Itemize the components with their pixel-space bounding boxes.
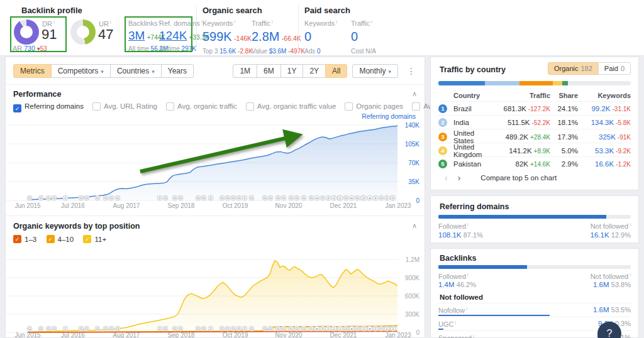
svg-text:105K: 105K: [405, 141, 420, 148]
backlink-profile-title: Backlink profile: [21, 6, 82, 15]
range-all[interactable]: All: [325, 64, 347, 78]
ugc-bar: [438, 329, 443, 330]
ar-value-link[interactable]: 730: [24, 45, 35, 52]
range-1m[interactable]: 1M: [233, 64, 257, 78]
svg-text:Nov 2020: Nov 2020: [275, 332, 303, 338]
referring-domains-chart[interactable]: 140K105K70K35K0GGGG2GGGGGG2GGGGG2GGGG2GG…: [6, 120, 426, 214]
series-legend-link[interactable]: Referring domains: [362, 112, 416, 120]
table-row[interactable]: 1 Brazil 681.3K-127.2K 24.1% 99.2K-31.1K: [438, 101, 631, 115]
legend-pos-4-10[interactable]: ✓4–10: [47, 235, 74, 243]
country-name: United Kingdom: [453, 143, 491, 158]
backlinks-not-followed-value-link[interactable]: 1.6M: [593, 281, 609, 288]
country-share-bar: [438, 81, 631, 85]
range-6m[interactable]: 6M: [257, 64, 281, 78]
organic-traffic-value-link[interactable]: 2.8M: [252, 30, 279, 43]
metric-avg-url-rating[interactable]: Avg. URL Rating: [92, 102, 157, 112]
svg-text:G: G: [110, 327, 113, 330]
traffic-value-delta: -497K: [288, 48, 305, 55]
metric-referring-domains[interactable]: ✓Referring domains: [13, 102, 84, 112]
backlinks-value-link[interactable]: 3M: [128, 29, 145, 42]
not-followed-value-link[interactable]: 16.1K: [591, 231, 609, 239]
svg-text:G: G: [86, 327, 89, 330]
ur-value: 47: [98, 28, 113, 41]
nofollow-value-link[interactable]: 1.6M: [593, 306, 609, 313]
toggle-organic[interactable]: Organic182: [548, 62, 599, 75]
checkbox-checked-icon: ✓: [47, 235, 55, 243]
country-name: Brazil: [453, 105, 491, 112]
more-options-icon[interactable]: ⋮: [404, 66, 418, 76]
organic-keywords-chart[interactable]: 1.2M900K600K300K0GGGG2GGGGGG2GGGGG2GGGG2…: [6, 246, 426, 338]
svg-text:G: G: [28, 327, 31, 330]
col-share: Share: [550, 92, 578, 99]
performance-card: Metrics Competitors▾ Countries▾ Years 1M…: [5, 57, 425, 338]
organic-keywords-value-link[interactable]: 599K: [203, 30, 232, 43]
followed-value-link[interactable]: 108.1K: [438, 231, 461, 239]
table-row[interactable]: 5 Pakistan 82K+14.6K 2.9% 16.6K-1.2K: [438, 156, 631, 170]
not-followed-label: Not followed: [591, 273, 629, 280]
svg-text:G: G: [203, 196, 206, 200]
svg-text:Jul 2016: Jul 2016: [61, 332, 85, 338]
top3-label: Top 3: [203, 48, 218, 55]
backlinks-label: Backlinks: [128, 19, 157, 27]
backlinks-panel-title: Backlinks: [440, 254, 476, 263]
table-row[interactable]: 2 India 511.5K-52.2K 18.1% 134.3K-5.8K: [438, 115, 631, 129]
metric-checkboxes: ✓Referring domains Avg. URL Rating Avg. …: [13, 102, 417, 112]
svg-text:G: G: [303, 327, 306, 330]
backlinks-followed-value-link[interactable]: 1.4M: [438, 281, 455, 288]
toggle-paid[interactable]: Paid0: [598, 62, 631, 75]
collapse-chevron-icon[interactable]: ∧: [412, 222, 417, 230]
svg-text:G: G: [104, 196, 108, 200]
ar-label: AR: [13, 45, 22, 52]
cost-value: N/A: [365, 48, 376, 55]
caret-down-icon: ▾: [388, 68, 391, 75]
next-page-icon[interactable]: ›: [453, 173, 466, 183]
top3-value-link[interactable]: 15.6K: [219, 48, 236, 55]
paid-traffic-value-link[interactable]: 0: [351, 30, 358, 43]
nofollow-bar: [438, 315, 550, 316]
organic-keywords-title: Organic keywords by top position: [13, 222, 140, 231]
caret-down-icon: ▾: [152, 68, 155, 75]
chart-toolbar: Metrics Competitors▾ Countries▾ Years 1M…: [13, 63, 418, 79]
info-icon: i: [630, 222, 631, 227]
range-2y[interactable]: 2Y: [303, 64, 326, 78]
svg-text:Sep 2018: Sep 2018: [168, 202, 195, 209]
collapse-chevron-icon[interactable]: ∧: [412, 90, 417, 98]
metric-organic-pages[interactable]: Organic pages: [345, 102, 403, 112]
ref-domains-value-link[interactable]: 124K: [159, 29, 187, 42]
followed-label: Followed: [438, 273, 466, 280]
caret-down-icon: ▾: [101, 68, 104, 75]
svg-text:Nov 2020: Nov 2020: [275, 202, 303, 209]
rank-badge: 3: [438, 133, 447, 141]
svg-text:G: G: [226, 327, 230, 330]
col-keywords: Keywords: [578, 92, 631, 99]
table-row[interactable]: 4 United Kingdom 141.2K+8.9K 5.0% 53.3K-…: [438, 143, 631, 156]
organic-keywords-label: Keywords: [203, 19, 233, 27]
table-row[interactable]: 3 United States 489.2K+28.4K 17.3% 325K-…: [438, 129, 631, 143]
svg-text:0: 0: [416, 329, 419, 336]
svg-text:G: G: [282, 327, 286, 330]
compare-top5-link[interactable]: Compare top 5 on chart: [480, 174, 557, 182]
rank-badge: 4: [438, 146, 447, 155]
traffic-value-link[interactable]: $3.6M: [269, 48, 287, 55]
paid-keywords-value-link[interactable]: 0: [304, 30, 311, 43]
svg-text:G: G: [174, 327, 177, 330]
tab-countries[interactable]: Countries▾: [110, 64, 162, 78]
interval-select[interactable]: Monthly▾: [352, 64, 398, 78]
not-followed-subtitle: Not followed: [440, 293, 483, 301]
metric-avg-organic-traffic[interactable]: Avg. organic traffic: [166, 102, 237, 112]
metric-avg-organic-traffic-value[interactable]: Avg. organic traffic value: [246, 102, 336, 112]
svg-text:Jun 2015: Jun 2015: [14, 202, 41, 209]
ads-value-link[interactable]: 0: [317, 48, 321, 55]
tab-metrics[interactable]: Metrics: [13, 64, 52, 78]
tab-years[interactable]: Years: [161, 64, 194, 78]
ur-donut: [70, 19, 96, 45]
ref-domains-alltime-link[interactable]: 297K: [182, 45, 196, 52]
info-icon: i: [455, 320, 456, 325]
range-1y[interactable]: 1Y: [280, 64, 304, 78]
prev-page-icon[interactable]: ‹: [440, 173, 453, 183]
legend-pos-11plus[interactable]: ✓11+: [83, 235, 106, 243]
legend-pos-1-3[interactable]: ✓1–3: [13, 235, 36, 243]
checkbox-icon: [166, 102, 174, 111]
svg-text:35K: 35K: [408, 178, 419, 185]
tab-competitors[interactable]: Competitors▾: [51, 64, 111, 78]
